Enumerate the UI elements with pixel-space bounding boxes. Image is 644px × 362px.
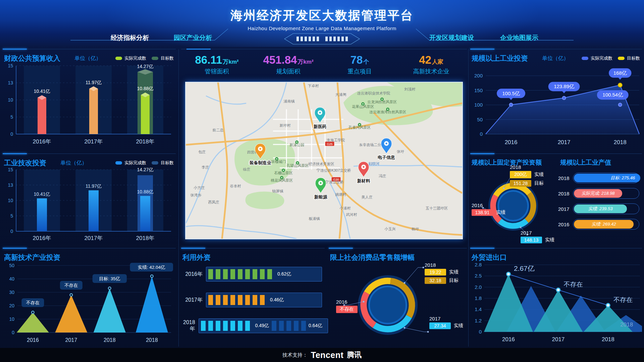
industrial-output-chart: 2018目标: 275.462018实际完成: 218.982017实绩: 23… xyxy=(558,173,639,235)
svg-text:2.0: 2.0 xyxy=(475,284,482,290)
svg-text:2016: 2016 xyxy=(502,336,515,343)
svg-text:0: 0 xyxy=(10,229,13,234)
foreign-capital-chart: 2016年0.62亿2017年0.46亿2018年0.49亿0.64亿 xyxy=(183,267,322,344)
triangle-2016 xyxy=(17,312,49,333)
capsule-fill: 实绩: 269.42 xyxy=(574,220,634,229)
svg-text:1.4: 1.4 xyxy=(475,306,482,312)
map-place-label: 杨圩 xyxy=(411,227,419,231)
segment-dim xyxy=(286,321,291,331)
panel-title: 外贸进出口 xyxy=(472,253,507,262)
svg-text:10: 10 xyxy=(8,97,13,103)
row-value: 0.46亿 xyxy=(270,297,284,303)
footer: 技术支持： Tencent 腾讯 xyxy=(0,348,644,362)
legend: 实际完成数目标数 xyxy=(115,55,174,61)
callout-value: 27.34 xyxy=(429,322,451,329)
svg-text:10.88亿: 10.88亿 xyxy=(137,189,153,194)
map-pin-label: 新能源 xyxy=(314,194,328,199)
callout-year: 2016 xyxy=(336,299,358,305)
legend-label: 目标数 xyxy=(627,55,640,61)
fiscal_budget_revenue-svg: 0510131510.41亿2016年11.97亿2017年14.27亿10.8… xyxy=(3,63,174,147)
capsule-fill: 目标: 275.46 xyxy=(574,174,640,182)
panel-fixed-asset-and-output: 规模以上固定资产投资额 规模以上工业产值 2018200亿实绩151.28目标2… xyxy=(470,154,642,246)
segment xyxy=(223,269,228,279)
svg-text:不存在: 不存在 xyxy=(564,281,583,288)
foreign_trade-svg: 01.21.41.82.02.52.82.67亿不存在不存在2018201620… xyxy=(470,262,642,346)
row-value: 0.62亿 xyxy=(277,271,291,277)
callout-value: 200亿 xyxy=(510,171,531,178)
callout-row: 32.18目标 xyxy=(425,277,459,284)
svg-text:10.41亿: 10.41亿 xyxy=(34,191,50,197)
tab-3[interactable]: 开发区规划建设 xyxy=(429,34,474,42)
triangle-2017 xyxy=(55,295,87,333)
svg-text:2017: 2017 xyxy=(552,336,565,343)
callout-year: 2016 xyxy=(472,202,505,208)
map-canvas[interactable]: G25G30下卓村大浦闸浦南镇新圩村刘顶村连云港职业技术学院云龙涧自然风景区连云… xyxy=(186,82,462,239)
map-place-label: 妇联河 xyxy=(369,162,380,166)
donut-callout: 201819.22实绩32.18目标 xyxy=(425,262,459,286)
map-place-label: 经济技术开发区 xyxy=(309,162,334,166)
panel-retail-growth: 限上社会消费品零售额增幅 201819.22实绩32.18目标2016不存在20… xyxy=(329,248,467,347)
row-year: 2017年 xyxy=(183,297,206,304)
segment xyxy=(208,295,213,305)
segment xyxy=(223,295,228,305)
callout-value: 148.13 xyxy=(521,237,542,243)
legend-label: 目标数 xyxy=(161,55,174,61)
svg-text:13: 13 xyxy=(8,182,13,188)
segment xyxy=(245,321,250,331)
map-place-label: 连云港职业技术学院 xyxy=(357,91,390,95)
callout-row: 138.91实绩 xyxy=(472,209,505,216)
stat-value: 451.84 xyxy=(263,54,297,66)
capsule-row: 2018实际完成: 218.98 xyxy=(558,188,639,198)
map-place-label: 云龙涧自然风景区 xyxy=(367,100,397,104)
map-place-label: 西凤庄 xyxy=(208,200,219,204)
segment xyxy=(230,295,235,305)
bar-2018年 xyxy=(141,95,150,134)
row-track: 0.62亿 xyxy=(206,267,322,282)
svg-text:100: 100 xyxy=(474,102,483,108)
callout-year: 2018 xyxy=(425,262,459,268)
legend-item: 目标数 xyxy=(152,160,174,166)
svg-text:200: 200 xyxy=(474,73,483,78)
tab-4[interactable]: 企业地图展示 xyxy=(500,34,538,42)
segment xyxy=(216,321,220,331)
peak-dot xyxy=(606,303,610,307)
callout-value: 32.18 xyxy=(425,277,446,284)
svg-text:10: 10 xyxy=(8,198,13,203)
callout-tag: 实绩 xyxy=(449,269,459,275)
svg-text:0: 0 xyxy=(479,329,482,335)
map-place-label: 冯庄 xyxy=(379,174,386,178)
industrial-investment-chart: 050100150200100.5亿123.89亿168亿100.54亿2016… xyxy=(470,63,642,149)
svg-text:14.27亿: 14.27亿 xyxy=(137,64,153,69)
header: 海州经济开发区大数据管理平台 Haizhou Development Zone … xyxy=(0,0,644,47)
svg-text:2018: 2018 xyxy=(620,321,633,328)
segmented-row: 2018年0.49亿0.64亿 xyxy=(183,318,322,333)
map-place-label: 宁海立交桥 xyxy=(325,180,344,184)
stat-unit: 人家 xyxy=(432,59,443,65)
donut-callout: 2018200亿实绩151.28目标 xyxy=(510,164,544,188)
legend-swatch xyxy=(115,57,122,60)
segment xyxy=(238,321,243,331)
svg-text:不存在: 不存在 xyxy=(64,283,78,288)
segment xyxy=(260,295,265,305)
segment xyxy=(238,269,243,279)
svg-text:0: 0 xyxy=(480,131,483,137)
svg-text:2016: 2016 xyxy=(505,139,518,145)
nav-left: 经济指标分析园区产业分析 xyxy=(111,34,212,42)
peak-dot xyxy=(506,272,510,276)
panel-industrial-investment: 规模以上工业投资 单位（亿） 实际完成数目标数 050100150200100.… xyxy=(470,49,642,152)
map-place-label: 谷丰村 xyxy=(230,184,241,188)
map-pin-label: 新材料 xyxy=(357,178,371,183)
segment xyxy=(245,295,250,305)
map-place-label: 刘顶村 xyxy=(404,87,416,91)
tab-1[interactable]: 经济指标分析 xyxy=(111,34,149,42)
svg-text:目标: 35亿: 目标: 35亿 xyxy=(99,276,120,281)
svg-text:2016年: 2016年 xyxy=(33,138,51,145)
segment xyxy=(230,269,235,279)
tab-2[interactable]: 园区产业分析 xyxy=(174,34,212,42)
legend: 实际完成数目标数 xyxy=(115,160,174,166)
data-point xyxy=(562,96,566,100)
callout-value: 19.22 xyxy=(425,269,446,276)
donut-callout: 2016不存在 xyxy=(336,299,358,315)
bar-2017年 xyxy=(89,89,98,134)
row-track: 0.49亿0.64亿 xyxy=(199,318,328,333)
